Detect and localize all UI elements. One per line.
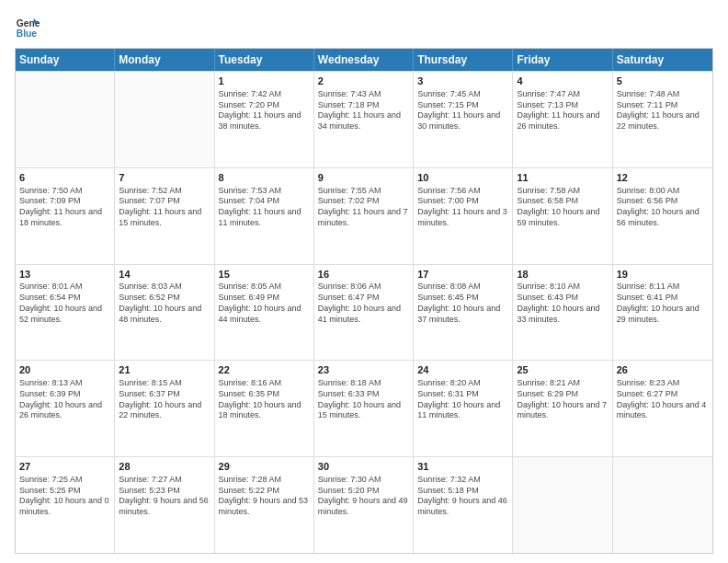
day-number: 27 (19, 460, 110, 474)
day-cell-14: 14Sunrise: 8:03 AM Sunset: 6:52 PM Dayli… (115, 265, 214, 361)
day-cell-8: 8Sunrise: 7:53 AM Sunset: 7:04 PM Daylig… (215, 168, 314, 264)
day-number: 13 (19, 268, 110, 282)
day-header-wednesday: Wednesday (314, 49, 414, 71)
cell-info: Sunrise: 8:06 AM Sunset: 6:47 PM Dayligh… (318, 282, 409, 325)
day-number: 28 (119, 460, 210, 474)
day-cell-4: 4Sunrise: 7:47 AM Sunset: 7:13 PM Daylig… (513, 72, 612, 167)
day-number: 31 (417, 460, 508, 474)
cell-info: Sunrise: 7:30 AM Sunset: 5:20 PM Dayligh… (318, 475, 409, 518)
day-cell-20: 20Sunrise: 8:13 AM Sunset: 6:39 PM Dayli… (16, 361, 115, 456)
day-cell-3: 3Sunrise: 7:45 AM Sunset: 7:15 PM Daylig… (414, 72, 513, 167)
cell-info: Sunrise: 8:11 AM Sunset: 6:41 PM Dayligh… (617, 282, 709, 325)
day-number: 11 (517, 171, 608, 185)
day-cell-29: 29Sunrise: 7:28 AM Sunset: 5:22 PM Dayli… (215, 457, 314, 553)
day-number: 8 (219, 171, 310, 185)
cell-info: Sunrise: 8:16 AM Sunset: 6:35 PM Dayligh… (219, 378, 310, 421)
day-number: 18 (517, 268, 608, 282)
calendar: SundayMondayTuesdayWednesdayThursdayFrid… (15, 48, 713, 554)
cell-info: Sunrise: 7:56 AM Sunset: 7:00 PM Dayligh… (417, 186, 508, 229)
cell-info: Sunrise: 8:05 AM Sunset: 6:49 PM Dayligh… (219, 282, 310, 325)
cell-info: Sunrise: 7:28 AM Sunset: 5:22 PM Dayligh… (219, 475, 310, 518)
day-number: 23 (318, 363, 409, 377)
day-number: 6 (19, 171, 110, 185)
logo: General Blue (15, 15, 40, 40)
cell-info: Sunrise: 7:45 AM Sunset: 7:15 PM Dayligh… (417, 89, 508, 132)
day-header-tuesday: Tuesday (215, 49, 314, 71)
day-cell-21: 21Sunrise: 8:15 AM Sunset: 6:37 PM Dayli… (115, 361, 214, 456)
day-header-saturday: Saturday (613, 49, 712, 71)
day-number: 26 (617, 363, 709, 377)
cell-info: Sunrise: 7:43 AM Sunset: 7:18 PM Dayligh… (318, 89, 409, 132)
cell-info: Sunrise: 7:32 AM Sunset: 5:18 PM Dayligh… (417, 475, 508, 518)
empty-cell-r4c5 (513, 457, 612, 553)
day-number: 25 (517, 363, 608, 377)
day-number: 9 (318, 171, 409, 185)
day-number: 7 (119, 171, 210, 185)
day-number: 29 (219, 460, 310, 474)
day-cell-27: 27Sunrise: 7:25 AM Sunset: 5:25 PM Dayli… (16, 457, 115, 553)
day-cell-2: 2Sunrise: 7:43 AM Sunset: 7:18 PM Daylig… (314, 72, 414, 167)
day-cell-26: 26Sunrise: 8:23 AM Sunset: 6:27 PM Dayli… (613, 361, 712, 456)
cell-info: Sunrise: 7:55 AM Sunset: 7:02 PM Dayligh… (318, 186, 409, 229)
page: General Blue SundayMondayTuesdayWednesda… (0, 0, 728, 563)
day-cell-10: 10Sunrise: 7:56 AM Sunset: 7:00 PM Dayli… (414, 168, 513, 264)
calendar-body: 1Sunrise: 7:42 AM Sunset: 7:20 PM Daylig… (16, 71, 712, 553)
cell-info: Sunrise: 8:13 AM Sunset: 6:39 PM Dayligh… (19, 378, 110, 421)
day-cell-16: 16Sunrise: 8:06 AM Sunset: 6:47 PM Dayli… (314, 265, 414, 361)
cell-info: Sunrise: 7:58 AM Sunset: 6:58 PM Dayligh… (517, 186, 608, 229)
day-number: 4 (517, 75, 608, 88)
empty-cell-r0c1 (115, 72, 214, 167)
cell-info: Sunrise: 8:08 AM Sunset: 6:45 PM Dayligh… (417, 282, 508, 325)
day-number: 16 (318, 268, 409, 282)
empty-cell-r0c0 (16, 72, 115, 167)
day-cell-23: 23Sunrise: 8:18 AM Sunset: 6:33 PM Dayli… (314, 361, 414, 456)
day-cell-30: 30Sunrise: 7:30 AM Sunset: 5:20 PM Dayli… (314, 457, 414, 553)
calendar-header: SundayMondayTuesdayWednesdayThursdayFrid… (16, 49, 712, 71)
cell-info: Sunrise: 8:18 AM Sunset: 6:33 PM Dayligh… (318, 378, 409, 421)
day-cell-13: 13Sunrise: 8:01 AM Sunset: 6:54 PM Dayli… (16, 265, 115, 361)
cell-info: Sunrise: 8:03 AM Sunset: 6:52 PM Dayligh… (119, 282, 210, 325)
cell-info: Sunrise: 8:15 AM Sunset: 6:37 PM Dayligh… (119, 378, 210, 421)
day-number: 24 (417, 363, 508, 377)
day-cell-18: 18Sunrise: 8:10 AM Sunset: 6:43 PM Dayli… (513, 265, 612, 361)
day-number: 5 (617, 75, 709, 88)
day-cell-12: 12Sunrise: 8:00 AM Sunset: 6:56 PM Dayli… (613, 168, 712, 264)
day-cell-1: 1Sunrise: 7:42 AM Sunset: 7:20 PM Daylig… (215, 72, 314, 167)
day-cell-17: 17Sunrise: 8:08 AM Sunset: 6:45 PM Dayli… (414, 265, 513, 361)
day-header-monday: Monday (115, 49, 214, 71)
calendar-row-4: 20Sunrise: 8:13 AM Sunset: 6:39 PM Dayli… (16, 360, 712, 456)
cell-info: Sunrise: 7:27 AM Sunset: 5:23 PM Dayligh… (119, 475, 210, 518)
day-cell-24: 24Sunrise: 8:20 AM Sunset: 6:31 PM Dayli… (414, 361, 513, 456)
day-number: 1 (219, 75, 310, 88)
calendar-row-3: 13Sunrise: 8:01 AM Sunset: 6:54 PM Dayli… (16, 264, 712, 361)
day-number: 14 (119, 268, 210, 282)
calendar-row-1: 1Sunrise: 7:42 AM Sunset: 7:20 PM Daylig… (16, 71, 712, 167)
day-cell-15: 15Sunrise: 8:05 AM Sunset: 6:49 PM Dayli… (215, 265, 314, 361)
cell-info: Sunrise: 7:50 AM Sunset: 7:09 PM Dayligh… (19, 186, 110, 229)
day-header-thursday: Thursday (414, 49, 513, 71)
day-header-friday: Friday (513, 49, 612, 71)
day-cell-22: 22Sunrise: 8:16 AM Sunset: 6:35 PM Dayli… (215, 361, 314, 456)
cell-info: Sunrise: 7:47 AM Sunset: 7:13 PM Dayligh… (517, 89, 608, 132)
cell-info: Sunrise: 8:10 AM Sunset: 6:43 PM Dayligh… (517, 282, 608, 325)
day-number: 20 (19, 363, 110, 377)
day-number: 21 (119, 363, 210, 377)
day-cell-11: 11Sunrise: 7:58 AM Sunset: 6:58 PM Dayli… (513, 168, 612, 264)
day-header-sunday: Sunday (16, 49, 115, 71)
day-cell-25: 25Sunrise: 8:21 AM Sunset: 6:29 PM Dayli… (513, 361, 612, 456)
day-cell-31: 31Sunrise: 7:32 AM Sunset: 5:18 PM Dayli… (414, 457, 513, 553)
day-cell-9: 9Sunrise: 7:55 AM Sunset: 7:02 PM Daylig… (314, 168, 414, 264)
cell-info: Sunrise: 8:01 AM Sunset: 6:54 PM Dayligh… (19, 282, 110, 325)
day-number: 3 (417, 75, 508, 88)
cell-info: Sunrise: 7:52 AM Sunset: 7:07 PM Dayligh… (119, 186, 210, 229)
logo-icon: General Blue (15, 15, 40, 40)
day-number: 10 (417, 171, 508, 185)
day-cell-7: 7Sunrise: 7:52 AM Sunset: 7:07 PM Daylig… (115, 168, 214, 264)
cell-info: Sunrise: 8:23 AM Sunset: 6:27 PM Dayligh… (617, 378, 709, 421)
day-number: 19 (617, 268, 709, 282)
day-number: 17 (417, 268, 508, 282)
day-number: 30 (318, 460, 409, 474)
cell-info: Sunrise: 7:48 AM Sunset: 7:11 PM Dayligh… (617, 89, 709, 132)
day-number: 15 (219, 268, 310, 282)
header: General Blue (15, 15, 713, 40)
